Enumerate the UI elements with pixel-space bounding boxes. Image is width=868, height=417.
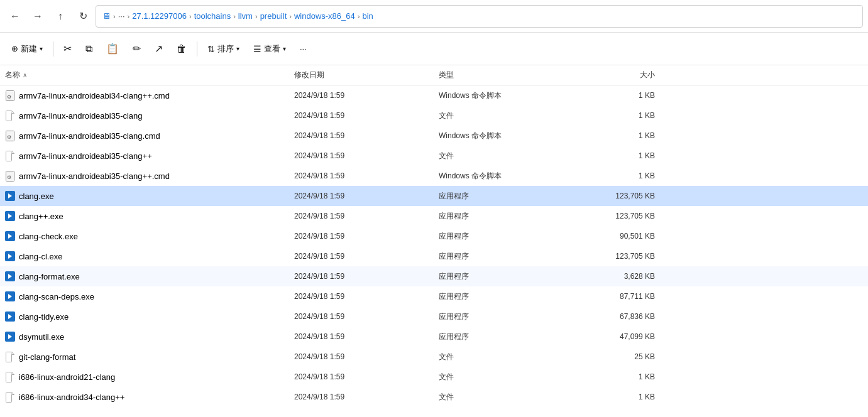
sep1: › bbox=[113, 13, 116, 20]
file-date-cell: 2024/9/18 1:59 bbox=[294, 212, 439, 220]
table-row[interactable]: ⚙ armv7a-linux-androideabi34-clang++.cmd… bbox=[0, 85, 868, 106]
table-row[interactable]: clang-scan-deps.exe 2024/9/18 1:59 应用程序 … bbox=[0, 286, 868, 306]
table-row[interactable]: ⚙ armv7a-linux-androideabi35-clang++.cmd… bbox=[0, 166, 868, 186]
delete-button[interactable]: 🗑 bbox=[170, 38, 193, 60]
refresh-button[interactable]: ↻ bbox=[73, 6, 93, 26]
back-button[interactable]: ← bbox=[5, 6, 25, 26]
cmd-file-icon: ⚙ bbox=[5, 170, 15, 181]
table-row[interactable]: ⚙ armv7a-linux-androideabi35-clang.cmd 2… bbox=[0, 126, 868, 146]
file-date-cell: 2024/9/18 1:59 bbox=[294, 332, 439, 341]
toolbar: ⊕ 新建 ▾ ✂ ⧉ 📋 ✏ ↗ 🗑 ⇅ 排序 ▾ ☰ 查看 ▾ ··· bbox=[0, 33, 868, 65]
column-headers: 名称 ∧ 修改日期 类型 大小 bbox=[0, 65, 868, 85]
view-chevron: ▾ bbox=[283, 45, 286, 52]
paste-button[interactable]: 📋 bbox=[100, 38, 125, 60]
computer-icon: 🖥 bbox=[102, 11, 111, 21]
plain-file-icon bbox=[5, 150, 15, 161]
sort-chevron: ▾ bbox=[236, 45, 239, 52]
breadcrumb-windows[interactable]: windows-x86_64 bbox=[294, 11, 355, 21]
col-size-label: 大小 bbox=[640, 70, 655, 79]
file-name-cell: clang-scan-deps.exe bbox=[5, 291, 294, 301]
table-row[interactable]: dsymutil.exe 2024/9/18 1:59 应用程序 47,099 … bbox=[0, 327, 868, 347]
share-button[interactable]: ↗ bbox=[148, 38, 169, 60]
breadcrumb-prebuilt[interactable]: prebuilt bbox=[260, 11, 287, 21]
file-name: clang-check.exe bbox=[19, 232, 78, 241]
file-date-cell: 2024/9/18 1:59 bbox=[294, 352, 439, 361]
file-list: ⚙ armv7a-linux-androideabi34-clang++.cmd… bbox=[0, 85, 868, 417]
col-name-label: 名称 bbox=[5, 70, 20, 80]
file-name-cell: ⚙ armv7a-linux-androideabi35-clang++.cmd bbox=[5, 170, 294, 181]
breadcrumb-llvm[interactable]: llvm bbox=[238, 11, 253, 21]
file-type-cell: 文件 bbox=[439, 392, 583, 403]
file-date-cell: 2024/9/18 1:59 bbox=[294, 131, 439, 140]
up-button[interactable]: ↑ bbox=[50, 6, 70, 26]
sep2: › bbox=[128, 13, 130, 20]
file-size-cell: 90,501 KB bbox=[583, 232, 665, 241]
file-size-cell: 87,711 KB bbox=[583, 292, 665, 301]
file-type-cell: 应用程序 bbox=[439, 251, 583, 262]
file-name: clang.exe bbox=[19, 192, 54, 201]
breadcrumb-dots[interactable]: ··· bbox=[118, 11, 125, 21]
file-date-cell: 2024/9/18 1:59 bbox=[294, 272, 439, 281]
table-row[interactable]: clang-format.exe 2024/9/18 1:59 应用程序 3,6… bbox=[0, 266, 868, 286]
sep3: › bbox=[189, 13, 192, 20]
file-type-cell: Windows 命令脚本 bbox=[439, 131, 583, 141]
rename-button[interactable]: ✏ bbox=[126, 38, 147, 60]
col-type-label: 类型 bbox=[439, 70, 454, 79]
plain-file-icon bbox=[5, 110, 15, 121]
table-row[interactable]: clang-tidy.exe 2024/9/18 1:59 应用程序 67,83… bbox=[0, 306, 868, 327]
table-row[interactable]: armv7a-linux-androideabi35-clang 2024/9/… bbox=[0, 106, 868, 126]
file-name-cell: i686-linux-android21-clang bbox=[5, 371, 294, 382]
cut-icon: ✂ bbox=[63, 43, 72, 55]
table-row[interactable]: i686-linux-android21-clang 2024/9/18 1:5… bbox=[0, 367, 868, 387]
file-name-cell: armv7a-linux-androideabi35-clang++ bbox=[5, 150, 294, 161]
table-row[interactable]: i686-linux-android34-clang++ 2024/9/18 1… bbox=[0, 387, 868, 407]
sep5: › bbox=[255, 13, 258, 20]
file-date-cell: 2024/9/18 1:59 bbox=[294, 91, 439, 100]
file-name: clang++.exe bbox=[19, 212, 63, 221]
svg-rect-10 bbox=[6, 352, 12, 362]
file-size-cell: 1 KB bbox=[583, 111, 665, 120]
table-row[interactable]: clang.exe 2024/9/18 1:59 应用程序 123,705 KB bbox=[0, 186, 868, 206]
view-label: 查看 bbox=[264, 43, 280, 55]
svg-rect-14 bbox=[6, 392, 12, 402]
file-type-cell: 应用程序 bbox=[439, 191, 583, 202]
breadcrumb-toolchains[interactable]: toolchains bbox=[194, 11, 231, 21]
new-button[interactable]: ⊕ 新建 ▾ bbox=[5, 38, 49, 60]
table-row[interactable]: clang-cl.exe 2024/9/18 1:59 应用程序 123,705… bbox=[0, 246, 868, 266]
file-size-cell: 1 KB bbox=[583, 131, 665, 140]
file-name: clang-cl.exe bbox=[19, 252, 62, 261]
svg-rect-12 bbox=[6, 372, 12, 382]
breadcrumb-bin[interactable]: bin bbox=[362, 11, 373, 21]
breadcrumb-27[interactable]: 27.1.12297006 bbox=[132, 11, 187, 21]
col-header-type[interactable]: 类型 bbox=[439, 70, 583, 80]
forward-button[interactable]: → bbox=[28, 6, 48, 26]
table-row[interactable]: clang++.exe 2024/9/18 1:59 应用程序 123,705 … bbox=[0, 206, 868, 226]
col-header-name[interactable]: 名称 ∧ bbox=[5, 70, 294, 80]
svg-text:⚙: ⚙ bbox=[7, 134, 11, 140]
cmd-file-icon: ⚙ bbox=[5, 90, 15, 101]
exe-icon bbox=[5, 291, 15, 301]
more-button[interactable]: ··· bbox=[294, 38, 313, 60]
sep7: › bbox=[358, 13, 360, 20]
table-row[interactable]: armv7a-linux-androideabi35-clang++ 2024/… bbox=[0, 146, 868, 166]
table-row[interactable]: clang-check.exe 2024/9/18 1:59 应用程序 90,5… bbox=[0, 226, 868, 246]
copy-button[interactable]: ⧉ bbox=[79, 38, 99, 60]
file-name-cell: clang.exe bbox=[5, 191, 294, 201]
svg-text:⚙: ⚙ bbox=[7, 175, 11, 180]
breadcrumb-bar[interactable]: 🖥 › ··· › 27.1.12297006 › toolchains › l… bbox=[96, 5, 863, 28]
col-header-date[interactable]: 修改日期 bbox=[294, 70, 439, 80]
sort-button[interactable]: ⇅ 排序 ▾ bbox=[201, 38, 246, 60]
col-header-size[interactable]: 大小 bbox=[583, 70, 665, 80]
file-date-cell: 2024/9/18 1:59 bbox=[294, 192, 439, 200]
table-row[interactable]: git-clang-format 2024/9/18 1:59 文件 25 KB bbox=[0, 347, 868, 367]
cut-button[interactable]: ✂ bbox=[57, 38, 78, 60]
exe-icon bbox=[5, 271, 15, 281]
file-name-cell: dsymutil.exe bbox=[5, 332, 294, 342]
file-size-cell: 1 KB bbox=[583, 372, 665, 381]
exe-icon bbox=[5, 211, 15, 221]
view-icon: ☰ bbox=[253, 44, 261, 54]
more-label: ··· bbox=[300, 44, 307, 53]
view-button[interactable]: ☰ 查看 ▾ bbox=[247, 38, 292, 60]
file-date-cell: 2024/9/18 1:59 bbox=[294, 111, 439, 120]
file-name: dsymutil.exe bbox=[19, 332, 64, 342]
